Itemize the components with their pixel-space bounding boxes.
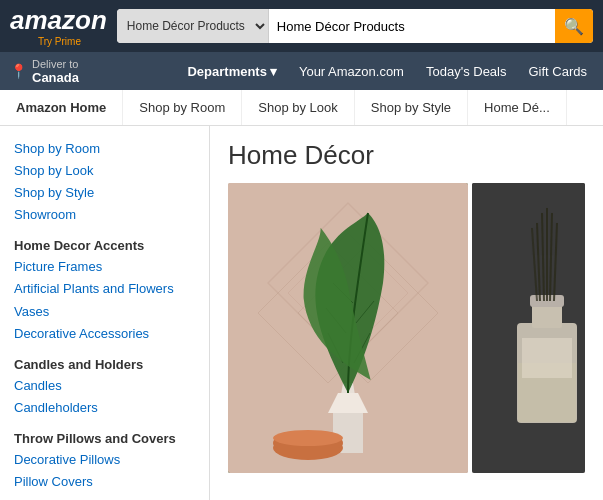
sidebar-link-showroom[interactable]: Showroom	[14, 204, 195, 226]
deliver-to[interactable]: 📍 Deliver to Canada	[10, 58, 110, 85]
sidebar-link-candleholders[interactable]: Candleholders	[14, 397, 195, 419]
tab-home-decor[interactable]: Home Dé...	[468, 90, 567, 125]
search-bar: Home Décor Products 🔍	[117, 9, 593, 43]
sidebar: Shop by Room Shop by Look Shop by Style …	[0, 126, 210, 500]
tabs-bar: Amazon Home Shop by Room Shop by Look Sh…	[0, 90, 603, 126]
sidebar-link-shop-by-look[interactable]: Shop by Look	[14, 160, 195, 182]
amazon-logo: amazon Try Prime	[10, 5, 107, 47]
sidebar-link-pillow-covers[interactable]: Pillow Covers	[14, 471, 195, 493]
sidebar-link-decorative-accessories[interactable]: Decorative Accessories	[14, 323, 195, 345]
content-area: Home Décor	[210, 126, 603, 500]
sidebar-category-title-accents: Home Decor Accents	[14, 238, 195, 253]
hero-image-left	[228, 183, 468, 473]
tab-shop-by-look[interactable]: Shop by Look	[242, 90, 355, 125]
tab-amazon-home[interactable]: Amazon Home	[0, 90, 123, 125]
sidebar-link-picture-frames[interactable]: Picture Frames	[14, 256, 195, 278]
hero-image-right	[472, 183, 585, 473]
hero-image-right-svg	[472, 183, 585, 473]
page-title: Home Décor	[228, 140, 585, 171]
sidebar-link-artificial-plants[interactable]: Artificial Plants and Flowers	[14, 278, 195, 300]
amazon-wordmark: amazon	[10, 5, 107, 36]
departments-link[interactable]: Departments ▾	[181, 60, 282, 83]
location-icon: 📍	[10, 63, 27, 79]
hero-images	[228, 183, 585, 473]
nav-gift-cards[interactable]: Gift Cards	[522, 60, 593, 83]
search-button[interactable]: 🔍	[555, 9, 593, 43]
sidebar-link-shop-by-style[interactable]: Shop by Style	[14, 182, 195, 204]
header: amazon Try Prime Home Décor Products 🔍	[0, 0, 603, 52]
sidebar-category-title-pillows: Throw Pillows and Covers	[14, 431, 195, 446]
sidebar-quick-links: Shop by Room Shop by Look Shop by Style …	[14, 138, 195, 226]
sidebar-category-candles: Candles and Holders Candles Candleholder…	[14, 357, 195, 419]
tab-shop-by-room[interactable]: Shop by Room	[123, 90, 242, 125]
deliver-label: Deliver to	[32, 58, 79, 70]
svg-point-10	[273, 430, 343, 446]
search-category-select[interactable]: Home Décor Products	[117, 9, 269, 43]
sidebar-link-vases[interactable]: Vases	[14, 301, 195, 323]
nav-links: Departments ▾ Your Amazon.com Today's De…	[114, 60, 593, 83]
nav-todays-deals[interactable]: Today's Deals	[420, 60, 513, 83]
sidebar-category-title-candles: Candles and Holders	[14, 357, 195, 372]
try-prime-link[interactable]: Try Prime	[38, 36, 81, 47]
svg-rect-27	[522, 338, 572, 378]
nav-your-amazon[interactable]: Your Amazon.com	[293, 60, 410, 83]
sidebar-category-accents: Home Decor Accents Picture Frames Artifi…	[14, 238, 195, 344]
deliver-country: Canada	[32, 70, 79, 85]
tab-shop-by-style[interactable]: Shop by Style	[355, 90, 468, 125]
search-icon: 🔍	[564, 17, 584, 36]
sidebar-link-shop-by-room[interactable]: Shop by Room	[14, 138, 195, 160]
nav-bar: 📍 Deliver to Canada Departments ▾ Your A…	[0, 52, 603, 90]
hero-image-left-svg	[228, 183, 468, 473]
sidebar-link-candles[interactable]: Candles	[14, 375, 195, 397]
departments-chevron-icon: ▾	[270, 64, 277, 79]
main-content: Shop by Room Shop by Look Shop by Style …	[0, 126, 603, 500]
sidebar-category-pillows: Throw Pillows and Covers Decorative Pill…	[14, 431, 195, 493]
sidebar-link-decorative-pillows[interactable]: Decorative Pillows	[14, 449, 195, 471]
search-input[interactable]	[269, 9, 555, 43]
